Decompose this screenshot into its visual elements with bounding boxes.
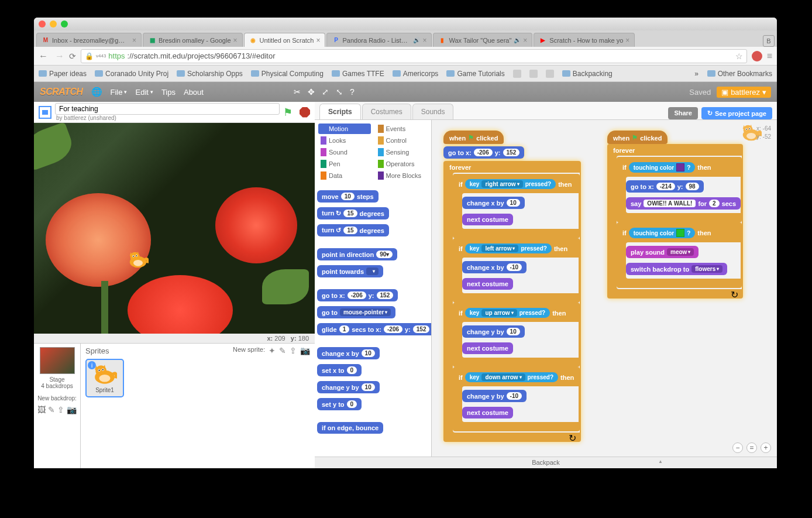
audio-icon[interactable]: 🔊	[514, 37, 521, 43]
bookmark-item[interactable]: Americorps	[393, 70, 439, 78]
block-change-y[interactable]: change y by-10	[462, 390, 527, 402]
key-pressed-block[interactable]: keyright arrowpressed?	[465, 179, 556, 189]
reload-icon[interactable]: ⟳	[69, 52, 76, 61]
block-next-costume[interactable]: next costume	[462, 342, 513, 354]
block-change-x[interactable]: change x by10	[462, 197, 525, 209]
block-turn-ccw[interactable]: turn ↺15degrees	[317, 224, 389, 236]
sprite-thumbnail[interactable]: i Sprite1	[85, 359, 124, 397]
edit-menu[interactable]: Edit	[135, 88, 153, 97]
browser-tab[interactable]: ▶Scratch - How to make yo×	[534, 33, 635, 47]
key-pressed-block[interactable]: keyleft arrowpressed?	[465, 243, 552, 253]
maximize-window-icon[interactable]	[61, 20, 68, 28]
tab-close-icon[interactable]: ×	[422, 36, 426, 44]
backdrops-count[interactable]: 4 backdrops	[36, 383, 78, 389]
block-goto-xy[interactable]: go to x:-206y:152	[317, 289, 398, 301]
block-next-costume[interactable]: next costume	[462, 214, 513, 225]
browser-tab[interactable]: ▮Wax Tailor "Que sera"🔊×	[433, 33, 532, 47]
touching-color-block[interactable]: touching color ?	[629, 228, 696, 238]
stop-icon[interactable]	[300, 107, 310, 118]
category-looks[interactable]: Looks	[318, 135, 371, 146]
zoom-in-icon[interactable]: +	[761, 442, 771, 453]
duplicate-tool-icon[interactable]: ✥	[308, 87, 315, 97]
block-edge-bounce[interactable]: if on edge, bounce	[317, 422, 383, 434]
block-point-towards[interactable]: point towards	[317, 265, 383, 277]
key-pressed-block[interactable]: keydown arrowpressed?	[465, 372, 558, 382]
block-switch-backdrop[interactable]: switch backdrop toflowers	[626, 263, 727, 275]
browser-menu-icon[interactable]: ≡	[767, 51, 772, 61]
scripts-canvas[interactable]: x: -64 y: -52 when⚑clicked go to x:-206y…	[432, 120, 777, 457]
tab-close-icon[interactable]: ×	[132, 36, 136, 44]
if-block[interactable]: if keyup arrowpressed? then change y by1…	[453, 303, 580, 367]
category-sound[interactable]: Sound	[318, 147, 371, 157]
block-next-costume[interactable]: next costume	[462, 278, 513, 290]
if-block[interactable]: if touching color ? then play soundmeow …	[617, 222, 742, 288]
if-block[interactable]: if keyleft arrowpressed? then change x b…	[453, 238, 580, 303]
camera-sprite-icon[interactable]: 📷	[300, 346, 310, 355]
bookmark-item[interactable]: Backpacking	[562, 70, 613, 78]
category-operators[interactable]: Operators	[376, 159, 428, 169]
upload-sprite-icon[interactable]: ⇪	[290, 346, 297, 355]
paint-backdrop-icon[interactable]: ✎	[48, 405, 55, 414]
tab-close-icon[interactable]: ×	[316, 36, 320, 44]
forward-icon[interactable]: →	[55, 51, 64, 61]
tab-costumes[interactable]: Costumes	[362, 104, 411, 119]
user-menu[interactable]: ▣ battlerez ▾	[717, 87, 771, 98]
touching-color-block[interactable]: touching color ?	[629, 162, 696, 173]
tab-close-icon[interactable]: ×	[625, 36, 629, 44]
zoom-reset-icon[interactable]: =	[746, 442, 757, 453]
block-next-costume[interactable]: next costume	[462, 407, 513, 418]
share-button[interactable]: Share	[668, 107, 698, 119]
bookmark-item[interactable]: Game Tutorials	[446, 70, 504, 78]
block-turn-cw[interactable]: turn ↻15degrees	[317, 207, 389, 219]
tab-close-icon[interactable]: ×	[233, 36, 238, 44]
bookmark-item[interactable]: Games TTFE	[332, 70, 384, 78]
back-icon[interactable]: ←	[39, 51, 48, 61]
zoom-out-icon[interactable]: −	[732, 442, 743, 453]
category-more-blocks[interactable]: More Blocks	[376, 170, 428, 181]
about-menu[interactable]: About	[184, 88, 204, 97]
category-pen[interactable]: Pen	[318, 159, 371, 169]
block-play-sound[interactable]: play soundmeow	[626, 246, 699, 258]
category-sensing[interactable]: Sensing	[376, 147, 428, 157]
block-goto[interactable]: go tomouse-pointer	[317, 306, 395, 318]
stage[interactable]	[34, 123, 315, 334]
file-menu[interactable]: File	[111, 88, 128, 97]
block-say[interactable]: sayOWIE!! A WALL!for2secs	[626, 197, 741, 210]
hat-block[interactable]: when⚑clicked	[443, 131, 504, 144]
browser-tab[interactable]: ◉Untitled on Scratch×	[244, 33, 326, 47]
if-block[interactable]: if touching color ? then go to x:-214y:9…	[617, 157, 742, 222]
if-block[interactable]: if keydown arrowpressed? then change y b…	[453, 367, 580, 431]
block-change-y[interactable]: change y by10	[317, 381, 380, 393]
sprite-on-stage[interactable]	[128, 251, 149, 269]
tab-sounds[interactable]: Sounds	[412, 104, 454, 119]
bookmark-item[interactable]: Physical Computing	[251, 70, 324, 78]
block-change-y[interactable]: change y by10	[462, 325, 525, 338]
block-point-dir[interactable]: point in direction90▾	[317, 248, 397, 260]
bookmark-star-icon[interactable]: ☆	[735, 52, 743, 61]
see-project-button[interactable]: ↻ See project page	[701, 107, 772, 119]
bookmark-item[interactable]: Scholarship Opps	[177, 70, 243, 78]
upload-backdrop-icon[interactable]: ⇪	[57, 405, 64, 414]
hat-block[interactable]: when⚑clicked	[607, 131, 668, 144]
block-change-x[interactable]: change x by-10	[462, 261, 527, 273]
tab-close-icon[interactable]: ×	[523, 36, 527, 44]
paint-sprite-icon[interactable]: ✎	[279, 346, 286, 355]
color-swatch[interactable]	[676, 229, 684, 237]
language-icon[interactable]: 🌐	[91, 87, 102, 97]
choose-sprite-icon[interactable]: ✦	[269, 346, 276, 355]
other-bookmarks[interactable]: » Other Bookmarks	[694, 70, 772, 78]
forever-block[interactable]: forever if keyright arrowpressed? then c…	[443, 161, 581, 442]
block-goto-xy[interactable]: go to x:-214y:98	[626, 180, 704, 193]
category-events[interactable]: Events	[376, 124, 428, 134]
browser-tab[interactable]: ▦Bresdin omalley - Google×	[143, 33, 243, 47]
close-window-icon[interactable]	[39, 20, 46, 28]
block-set-x[interactable]: set x to0	[317, 364, 362, 376]
browser-tab[interactable]: MInbox - brezomalley@gm…×	[36, 33, 142, 47]
color-swatch[interactable]	[676, 163, 684, 171]
block-set-y[interactable]: set y to0	[317, 398, 362, 410]
key-pressed-block[interactable]: keyup arrowpressed?	[465, 308, 550, 318]
profile-button[interactable]: B	[763, 35, 775, 47]
choose-backdrop-icon[interactable]: 🖼	[37, 405, 46, 414]
help-tool-icon[interactable]: ?	[350, 87, 355, 97]
bookmark-icon-item[interactable]	[529, 70, 538, 78]
